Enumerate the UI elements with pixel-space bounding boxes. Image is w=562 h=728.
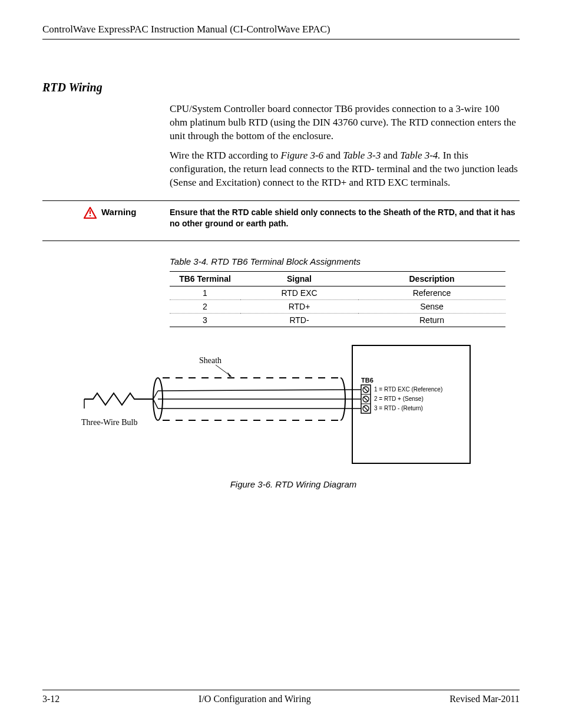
p2-mid2: and	[381, 150, 400, 161]
p2-ref3: Table 3-4.	[400, 150, 440, 161]
th-description: Description	[358, 271, 505, 286]
page-header: ControlWave ExpressPAC Instruction Manua…	[42, 24, 520, 39]
svg-line-10	[363, 397, 368, 401]
fig-tb6-label: TB6	[361, 377, 373, 384]
th-signal: Signal	[240, 271, 358, 286]
warning-label: Warning	[101, 207, 136, 217]
svg-line-8	[363, 387, 368, 392]
p2-pre: Wire the RTD according to	[170, 150, 281, 161]
fig-term-3: 3 = RTD - (Return)	[374, 405, 423, 411]
warning-text: Ensure that the RTD cable shield only co…	[170, 207, 520, 230]
svg-rect-3	[352, 345, 470, 463]
cell-desc: Return	[358, 313, 505, 327]
warning-block: Warning Ensure that the RTD cable shield…	[42, 200, 520, 241]
page-footer: 3-12 I/O Configuration and Wiring Revise…	[42, 690, 520, 704]
figure-caption: Figure 3-6. RTD Wiring Diagram	[81, 479, 505, 489]
footer-right: Revised Mar-2011	[449, 694, 520, 704]
fig-bulb-label: Three-Wire Bulb	[81, 418, 137, 427]
cell-terminal: 2	[170, 299, 240, 313]
section-heading: RTD Wiring	[42, 81, 520, 94]
fig-term-1: 1 = RTD EXC (Reference)	[374, 386, 442, 393]
cell-signal: RTD EXC	[240, 286, 358, 299]
header-title: ControlWave ExpressPAC Instruction Manua…	[42, 24, 330, 35]
cell-terminal: 1	[170, 286, 240, 299]
figure-rtd-wiring: TB6 1 = RTD EXC (Reference) 2 = RTD + (S…	[81, 342, 505, 489]
fig-sheath-label: Sheath	[199, 356, 222, 365]
svg-line-18	[158, 390, 361, 391]
paragraph-2: Wire the RTD according to Figure 3-6 and…	[170, 149, 520, 190]
svg-rect-1	[90, 210, 91, 214]
p2-ref1: Figure 3-6	[281, 150, 324, 161]
footer-left: 3-12	[42, 694, 59, 704]
p2-ref2: Table 3-3	[343, 150, 381, 161]
footer-center: I/O Configuration and Wiring	[199, 694, 311, 704]
cell-desc: Sense	[358, 299, 505, 313]
table-caption: Table 3-4. RTD TB6 Terminal Block Assign…	[170, 256, 520, 266]
fig-term-2: 2 = RTD + (Sense)	[374, 396, 424, 402]
paragraph-1: CPU/System Controller board connector TB…	[170, 103, 520, 143]
cell-desc: Reference	[358, 286, 505, 299]
table-header-row: TB6 Terminal Signal Description	[170, 271, 505, 286]
cell-terminal: 3	[170, 313, 240, 327]
cell-signal: RTD-	[240, 313, 358, 327]
warning-icon	[84, 207, 97, 219]
svg-rect-2	[90, 215, 91, 216]
table-row: 1 RTD EXC Reference	[170, 286, 505, 299]
rtd-wiring-diagram: TB6 1 = RTD EXC (Reference) 2 = RTD + (S…	[81, 342, 505, 472]
table-row: 3 RTD- Return	[170, 313, 505, 327]
cell-signal: RTD+	[240, 299, 358, 313]
th-terminal: TB6 Terminal	[170, 271, 240, 286]
rtd-table: TB6 Terminal Signal Description 1 RTD EX…	[170, 271, 505, 327]
svg-line-12	[363, 406, 368, 411]
p2-mid1: and	[323, 150, 343, 161]
table-row: 2 RTD+ Sense	[170, 299, 505, 313]
